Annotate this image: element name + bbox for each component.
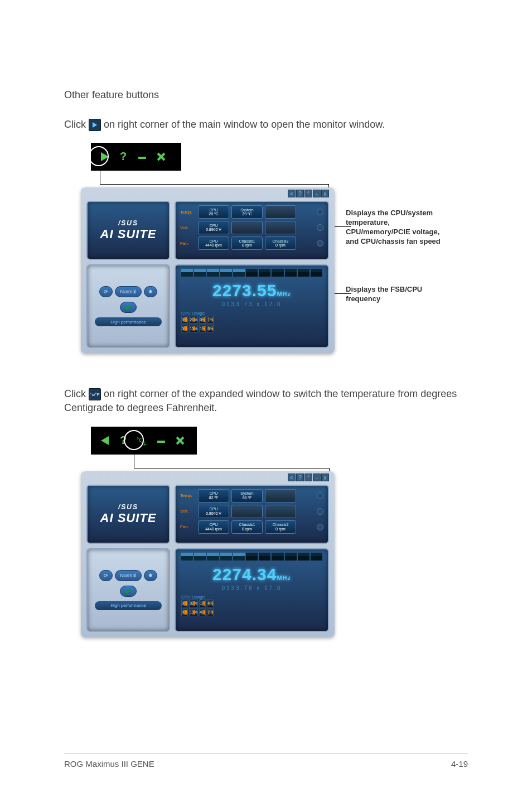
sensor-panel: Temp. CPU28 ºC System29 ºC Volt. CPU0.89… bbox=[175, 201, 329, 260]
cpu-core-usage: 0% bbox=[199, 316, 206, 323]
help-icon[interactable]: ? bbox=[115, 433, 131, 448]
apply-button[interactable]: ✔ bbox=[120, 302, 137, 313]
mode-normal-button[interactable]: Normal bbox=[115, 286, 141, 297]
svg-marker-5 bbox=[101, 436, 109, 445]
cpu-core-usage: 0% bbox=[181, 316, 188, 323]
help-icon[interactable]: ? bbox=[296, 474, 304, 481]
titlebar-strip-1: ? bbox=[91, 143, 181, 171]
cpu-fan-readout: CPU4440 rpm bbox=[198, 520, 229, 534]
footer-product: ROG Maximus III GENE bbox=[64, 759, 154, 769]
scroll-indicator-icon[interactable] bbox=[317, 524, 323, 530]
system-temp-readout: System29 ºC bbox=[231, 205, 263, 219]
help-icon[interactable]: ? bbox=[115, 149, 131, 165]
cpu-core-usage: 7% bbox=[207, 608, 214, 616]
collapse-left-icon[interactable]: < bbox=[288, 190, 296, 197]
cpu-core-usage: 1% bbox=[207, 316, 214, 323]
close-icon[interactable] bbox=[153, 149, 169, 165]
help-icon[interactable]: ? bbox=[296, 190, 304, 197]
figure-2: ? °c°F < ? ° bbox=[81, 427, 468, 637]
cpu-core-usage: 10% bbox=[189, 325, 198, 332]
cpu-core-usage: 4% bbox=[207, 600, 214, 607]
chassis1-fan-readout: Chassis10 rpm bbox=[231, 520, 263, 534]
frequency-panel: 2274.34MHz 0133.78 x 17.0 CPU Usage 0% 3… bbox=[175, 548, 329, 632]
window-top-strip: < ? ° - x bbox=[288, 190, 329, 197]
cpu-temp-readout: CPU28 ºC bbox=[198, 205, 229, 219]
volt-label: Volt. bbox=[180, 225, 196, 230]
titlebar-strip-2: ? °c°F bbox=[91, 427, 197, 455]
minimize-icon[interactable] bbox=[153, 433, 169, 448]
minimize-icon[interactable]: - bbox=[313, 190, 321, 197]
collapse-left-icon[interactable]: < bbox=[288, 474, 296, 481]
mode-normal-button[interactable]: Normal bbox=[115, 570, 141, 581]
callout-connector bbox=[100, 184, 328, 185]
frequency-bar-indicator bbox=[181, 553, 322, 561]
scroll-indicator-icon[interactable] bbox=[317, 224, 323, 231]
cpu-usage-grid: 0% 26% 0% 1% 0% 10% 1% 5% bbox=[181, 316, 322, 344]
sensor-slot-empty bbox=[265, 489, 296, 503]
expand-arrow-icon bbox=[89, 119, 101, 131]
cpu-fan-readout: CPU4440 rpm bbox=[198, 236, 229, 250]
scroll-indicator-icon[interactable] bbox=[317, 240, 323, 247]
apply-button[interactable]: ✔ bbox=[120, 586, 137, 597]
close-icon[interactable]: x bbox=[321, 190, 329, 197]
logo-panel: /SUS AI SUITE bbox=[86, 201, 170, 260]
paragraph-2: Click on right corner of the expanded wi… bbox=[64, 387, 468, 415]
sensor-slot-empty bbox=[231, 505, 263, 518]
svg-rect-2 bbox=[138, 157, 146, 159]
volt-label: Volt. bbox=[180, 509, 196, 514]
system-temp-readout: System86 ºF bbox=[231, 489, 263, 503]
product-logo: AI SUITE bbox=[100, 227, 157, 241]
scroll-indicator-icon[interactable] bbox=[317, 508, 323, 515]
scroll-indicator-icon[interactable] bbox=[317, 209, 323, 215]
expand-right-icon[interactable] bbox=[96, 149, 112, 165]
collapse-left-icon[interactable] bbox=[96, 433, 112, 448]
close-icon[interactable]: x bbox=[321, 474, 329, 481]
svg-rect-9 bbox=[157, 441, 165, 443]
minimize-icon[interactable]: - bbox=[313, 474, 321, 481]
svg-marker-0 bbox=[101, 152, 109, 161]
cpu-core-usage: 26% bbox=[189, 316, 198, 323]
cpu-core-usage: 0% bbox=[181, 608, 188, 616]
page-footer: ROG Maximus III GENE 4-19 bbox=[64, 753, 468, 769]
fan-label: Fan. bbox=[180, 241, 196, 246]
profile-high-performance[interactable]: High performance bbox=[95, 601, 162, 610]
fan-label: Fan. bbox=[180, 524, 196, 529]
cpu-core-usage: 0% bbox=[181, 600, 188, 607]
mode-icon-left[interactable]: ⟳ bbox=[99, 570, 113, 581]
temp-unit-icon[interactable]: °c°F bbox=[134, 433, 150, 448]
mode-icon-left[interactable]: ⟳ bbox=[99, 286, 113, 297]
cpu-core-usage: 1% bbox=[199, 600, 206, 607]
frequency-multiplier: 0133.73 x 17.0 bbox=[181, 301, 322, 307]
section-heading: Other feature buttons bbox=[64, 89, 468, 101]
frequency-readout: 2274.34MHz bbox=[181, 565, 322, 584]
minimize-icon[interactable] bbox=[134, 149, 150, 165]
product-logo: AI SUITE bbox=[100, 511, 157, 525]
cpu-usage-grid: 0% 33% 1% 4% 0% 10% 4% 7% bbox=[181, 600, 322, 627]
chassis2-fan-readout: Chassis20 rpm bbox=[265, 236, 296, 250]
control-panel: ⟳ Normal ✱ ✔ High performance bbox=[86, 264, 170, 348]
fan-icon[interactable]: ✱ bbox=[144, 286, 157, 297]
cpu-volt-readout: CPU0.9040 V bbox=[198, 505, 229, 518]
callout-frequency: Displays the FSB/CPU frequency bbox=[346, 285, 452, 304]
temp-unit-icon[interactable]: ° bbox=[304, 190, 312, 197]
cpu-volt-readout: CPU0.8960 V bbox=[198, 221, 229, 234]
callout-connector bbox=[100, 171, 100, 184]
cpu-core-usage: 33% bbox=[189, 600, 198, 607]
sensor-slot-empty bbox=[265, 221, 296, 234]
sensor-slot-empty bbox=[231, 221, 263, 234]
close-icon[interactable] bbox=[172, 433, 188, 448]
para2-text-a: Click bbox=[64, 388, 89, 399]
cpu-core-usage: 1% bbox=[199, 325, 206, 332]
svg-text:°F: °F bbox=[141, 441, 147, 447]
frequency-multiplier: 0133.78 x 17.0 bbox=[181, 585, 322, 591]
fan-icon[interactable]: ✱ bbox=[144, 570, 157, 581]
scroll-indicator-icon[interactable] bbox=[317, 492, 323, 499]
temp-unit-icon[interactable]: ° bbox=[304, 474, 312, 481]
profile-high-performance[interactable]: High performance bbox=[95, 317, 162, 326]
cpu-core-usage: 0% bbox=[181, 325, 188, 332]
frequency-bar-indicator bbox=[181, 269, 322, 277]
window-top-strip: < ? ° - x bbox=[288, 474, 329, 481]
frequency-panel: 2273.55MHz 0133.73 x 17.0 CPU Usage 0% 2… bbox=[175, 264, 329, 348]
sensor-panel: Temp. CPU82 ºF System86 ºF Volt. CPU0.90… bbox=[175, 485, 329, 544]
cpu-core-usage: 4% bbox=[199, 608, 206, 616]
